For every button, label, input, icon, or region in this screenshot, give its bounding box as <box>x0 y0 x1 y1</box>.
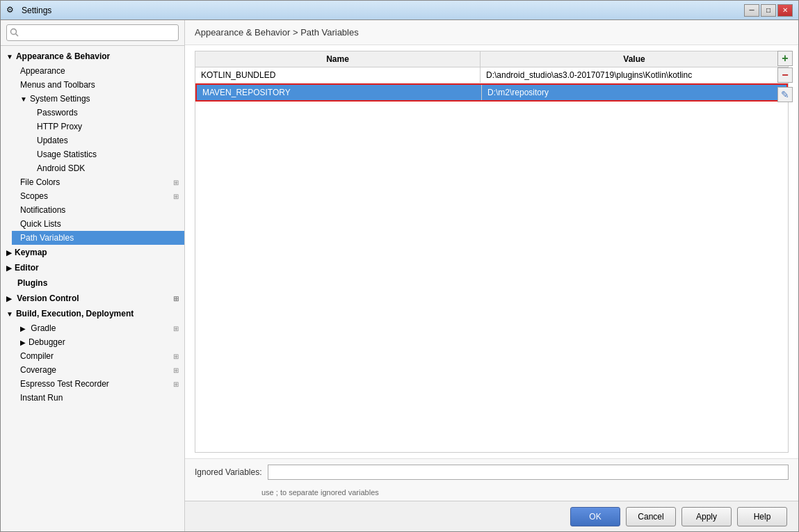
copy-icon: ⊞ <box>173 380 179 388</box>
minimize-button[interactable]: ─ <box>744 4 759 17</box>
table-cell-value: D:\m2\repository <box>482 85 786 100</box>
sidebar-item-menus-toolbars[interactable]: Menus and Toolbars <box>12 78 184 92</box>
sidebar: ▼ Appearance & Behavior Appearance Menus… <box>1 20 185 531</box>
sidebar-item-label: Menus and Toolbars <box>20 80 95 90</box>
sidebar-item-passwords[interactable]: Passwords <box>31 106 184 120</box>
sidebar-item-editor[interactable]: ▶ Editor <box>1 260 184 275</box>
settings-window: ⚙ Settings ─ □ ✕ ▼ Appearance & Behavior <box>0 0 799 532</box>
content-area: Name Value KOTLIN_BUNDLED D:\android_stu… <box>185 45 798 501</box>
ignored-variables-section: Ignored Variables: use ; to separate ign… <box>185 458 798 501</box>
maximize-button[interactable]: □ <box>761 4 776 17</box>
sidebar-item-label: Compiler <box>20 351 54 361</box>
copy-icon: ⊞ <box>173 193 179 200</box>
table-cell-name: KOTLIN_BUNDLED <box>195 67 481 83</box>
sidebar-item-http-proxy[interactable]: HTTP Proxy <box>31 120 184 134</box>
remove-variable-button[interactable]: − <box>777 67 793 83</box>
sidebar-item-instant-run[interactable]: Instant Run <box>12 391 184 405</box>
sidebar-item-label: Usage Statistics <box>37 150 97 159</box>
table-container-wrapper: Name Value KOTLIN_BUNDLED D:\android_stu… <box>185 45 798 458</box>
table-header: Name Value <box>195 51 788 67</box>
breadcrumb: Appearance & Behavior > Path Variables <box>185 20 798 45</box>
system-settings-children: Passwords HTTP Proxy Updates Usage Stati… <box>12 106 184 175</box>
sidebar-item-file-colors[interactable]: File Colors ⊞ <box>12 175 184 189</box>
expand-arrow-icon: ▼ <box>6 310 13 318</box>
copy-icon: ⊞ <box>173 295 179 303</box>
copy-icon: ⊞ <box>173 366 179 374</box>
ignored-variables-hint: use ; to separate ignored variables <box>185 487 798 501</box>
close-button[interactable]: ✕ <box>777 4 793 17</box>
sidebar-item-android-sdk[interactable]: Android SDK <box>31 161 184 175</box>
copy-icon: ⊞ <box>173 325 179 332</box>
window-icon: ⚙ <box>6 5 17 16</box>
table-cell-name: MAVEN_REPOSITORY <box>197 85 482 100</box>
table-cell-value: D:\android_studio\as3.0-20170719\plugins… <box>481 67 788 83</box>
sidebar-tree: ▼ Appearance & Behavior Appearance Menus… <box>1 46 184 531</box>
main-content: ▼ Appearance & Behavior Appearance Menus… <box>1 20 798 531</box>
column-header-value: Value <box>481 51 788 67</box>
help-button[interactable]: Help <box>737 507 787 526</box>
copy-icon: ⊞ <box>173 353 179 360</box>
sidebar-item-label: Instant Run <box>20 393 63 403</box>
sidebar-item-scopes[interactable]: Scopes ⊞ <box>12 189 184 203</box>
apply-button[interactable]: Apply <box>681 507 732 526</box>
sidebar-item-label: Keymap <box>15 248 47 257</box>
expand-arrow-icon: ▶ <box>20 325 26 332</box>
expand-arrow-icon: ▶ <box>6 249 12 257</box>
sidebar-item-label: HTTP Proxy <box>37 122 82 131</box>
sidebar-item-label: Scopes <box>20 191 48 201</box>
search-bar <box>1 20 184 46</box>
sidebar-item-label: Android SDK <box>37 163 85 173</box>
sidebar-item-label: Espresso Test Recorder <box>20 379 109 389</box>
sidebar-item-system-settings[interactable]: ▼ System Settings <box>12 92 184 106</box>
cancel-button[interactable]: Cancel <box>626 507 676 526</box>
copy-icon: ⊞ <box>173 179 179 186</box>
ignored-variables-label: Ignored Variables: <box>195 467 262 477</box>
table-action-buttons: + − ✎ <box>777 51 793 102</box>
window-controls: ─ □ ✕ <box>744 4 793 17</box>
ignored-variables-input[interactable] <box>268 465 789 480</box>
sidebar-item-appearance[interactable]: Appearance <box>12 64 184 78</box>
sidebar-item-label: Gradle <box>31 323 56 333</box>
sidebar-item-appearance-behavior[interactable]: ▼ Appearance & Behavior <box>1 49 184 64</box>
sidebar-item-compiler[interactable]: Compiler ⊞ <box>12 349 184 363</box>
sidebar-item-path-variables[interactable]: Path Variables <box>12 231 184 245</box>
sidebar-item-label: Updates <box>37 136 68 145</box>
sidebar-item-espresso-test-recorder[interactable]: Espresso Test Recorder ⊞ <box>12 377 184 391</box>
sidebar-item-label: Notifications <box>20 205 65 215</box>
sidebar-item-debugger[interactable]: ▶ Debugger <box>12 335 184 349</box>
sidebar-item-plugins[interactable]: Plugins <box>1 275 184 291</box>
sidebar-item-label: Passwords <box>37 108 78 118</box>
search-input[interactable] <box>6 24 179 41</box>
sidebar-item-label: Appearance & Behavior <box>16 51 110 61</box>
table-row[interactable]: MAVEN_REPOSITORY D:\m2\repository <box>195 83 788 102</box>
sidebar-item-updates[interactable]: Updates <box>31 134 184 147</box>
window-title: Settings <box>22 6 744 15</box>
sidebar-item-label: Plugins <box>17 278 47 288</box>
table-body: KOTLIN_BUNDLED D:\android_studio\as3.0-2… <box>195 67 788 452</box>
path-variables-table: Name Value KOTLIN_BUNDLED D:\android_stu… <box>195 51 789 453</box>
sidebar-item-label: Path Variables <box>20 233 74 243</box>
sidebar-item-gradle[interactable]: ▶ Gradle ⊞ <box>12 321 184 335</box>
sidebar-item-label: System Settings <box>30 94 90 104</box>
sidebar-item-label: Appearance <box>20 66 65 76</box>
sidebar-item-label: Build, Execution, Deployment <box>16 309 134 319</box>
edit-variable-button[interactable]: ✎ <box>777 87 793 102</box>
bottom-bar: OK Cancel Apply Help <box>185 501 798 531</box>
sidebar-item-notifications[interactable]: Notifications <box>12 203 184 217</box>
ok-button[interactable]: OK <box>570 507 620 526</box>
sidebar-item-keymap[interactable]: ▶ Keymap <box>1 245 184 260</box>
sidebar-item-label: Debugger <box>29 337 65 347</box>
expand-arrow-icon: ▶ <box>6 295 12 303</box>
sidebar-item-version-control[interactable]: ▶ Version Control ⊞ <box>1 291 184 306</box>
table-row[interactable]: KOTLIN_BUNDLED D:\android_studio\as3.0-2… <box>195 67 788 83</box>
sidebar-item-usage-statistics[interactable]: Usage Statistics <box>31 147 184 161</box>
sidebar-item-label: File Colors <box>20 177 60 187</box>
title-bar: ⚙ Settings ─ □ ✕ <box>1 1 798 20</box>
sidebar-item-coverage[interactable]: Coverage ⊞ <box>12 363 184 377</box>
sidebar-item-build-execution-deployment[interactable]: ▼ Build, Execution, Deployment <box>1 306 184 321</box>
expand-arrow-icon: ▶ <box>6 264 12 272</box>
add-variable-button[interactable]: + <box>777 51 793 66</box>
sidebar-item-label: Version Control <box>17 293 79 303</box>
sidebar-item-quick-lists[interactable]: Quick Lists <box>12 217 184 231</box>
main-panel: Appearance & Behavior > Path Variables N… <box>185 20 798 531</box>
